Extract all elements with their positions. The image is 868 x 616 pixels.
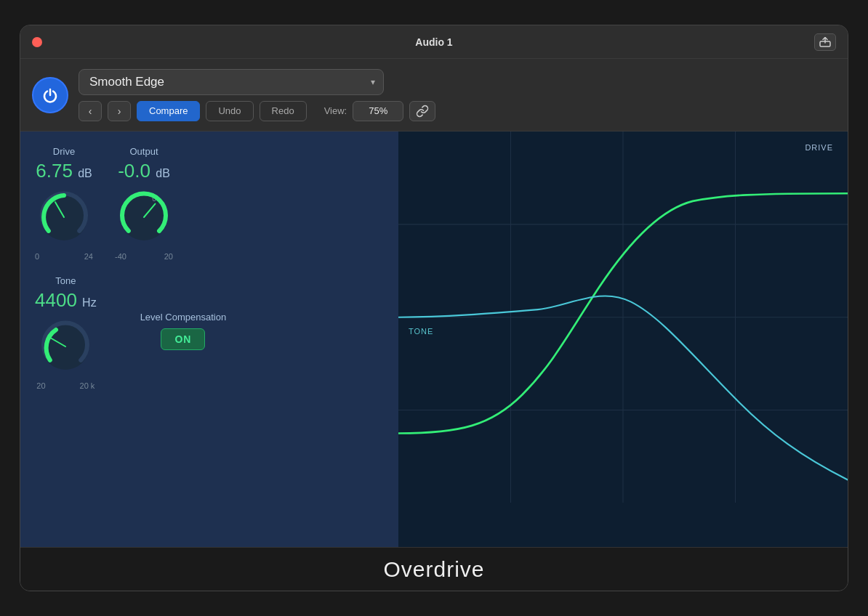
bottom-row: Tone 4400 Hz (35, 275, 384, 390)
view-label: View: (324, 105, 347, 116)
output-min-max: -40 20 (115, 252, 173, 261)
forward-button[interactable]: › (108, 101, 131, 121)
drive-knob[interactable] (35, 188, 93, 246)
level-comp-button[interactable]: ON (161, 328, 205, 350)
knob-row-top: Drive 6.75 dB (35, 146, 384, 261)
output-value: -0.0 dB (118, 160, 170, 182)
output-group: Output -0.0 dB 0 (115, 146, 173, 261)
plugin-window: Audio 1 Smooth Edge Hard Clip (20, 25, 848, 591)
power-button[interactable] (32, 77, 68, 113)
title-bar: Audio 1 (20, 25, 848, 59)
preset-row: Smooth Edge Hard Clip Warm Tube Clean Bo… (79, 69, 836, 95)
tone-min-max: 20 20 k (36, 381, 95, 390)
close-button[interactable] (32, 37, 42, 47)
export-button[interactable] (814, 33, 836, 51)
left-panel: Drive 6.75 dB (20, 131, 398, 547)
main-content: Drive 6.75 dB (20, 131, 848, 547)
tone-knob[interactable] (36, 317, 95, 376)
output-knob[interactable]: 0 (115, 188, 173, 246)
chart-svg: .grid-line { stroke: #1e3045; stroke-wid… (398, 131, 848, 503)
preset-wrapper: Smooth Edge Hard Clip Warm Tube Clean Bo… (79, 69, 384, 95)
tone-label: Tone (55, 275, 76, 286)
toolbar-right: Smooth Edge Hard Clip Warm Tube Clean Bo… (79, 69, 836, 121)
drive-label: Drive (53, 146, 75, 157)
drive-value: 6.75 dB (36, 160, 92, 182)
right-panel: DRIVE TONE .grid-line { stroke: #1e3045;… (398, 131, 848, 547)
drive-min-max: 0 24 (35, 252, 93, 261)
traffic-lights (32, 37, 42, 47)
redo-button[interactable]: Redo (260, 101, 307, 121)
drive-group: Drive 6.75 dB (35, 146, 93, 261)
window-title: Audio 1 (415, 36, 452, 48)
link-button[interactable] (409, 101, 435, 121)
plugin-name: Overdrive (383, 557, 484, 582)
output-label: Output (129, 146, 158, 157)
preset-select[interactable]: Smooth Edge Hard Clip Warm Tube Clean Bo… (79, 69, 384, 95)
level-comp-label: Level Compensation (140, 312, 227, 323)
tone-value: 4400 Hz (35, 289, 97, 312)
back-button[interactable]: ‹ (79, 101, 102, 121)
undo-button[interactable]: Undo (206, 101, 253, 121)
tone-group: Tone 4400 Hz (35, 275, 97, 390)
bottom-bar: Overdrive (20, 547, 848, 591)
view-select[interactable]: 75% 50% 100% 125% (353, 101, 403, 121)
level-comp-group: Level Compensation ON (140, 312, 227, 350)
controls-row: ‹ › Compare Undo Redo View: 75% 50% 100%… (79, 101, 836, 121)
toolbar: Smooth Edge Hard Clip Warm Tube Clean Bo… (20, 59, 848, 131)
compare-button[interactable]: Compare (137, 101, 200, 121)
